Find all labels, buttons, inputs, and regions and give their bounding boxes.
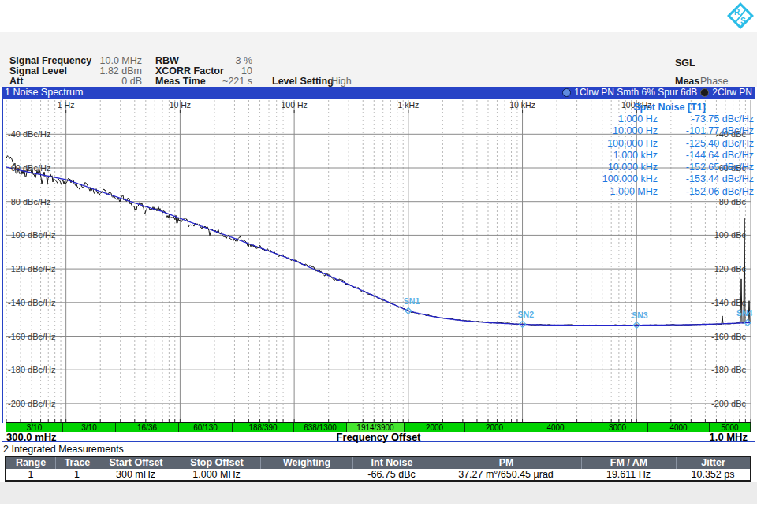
spot-noise-row: 1.000 MHz-152.06 dBc/Hz [585, 186, 754, 198]
spot-noise-row: 100.000 Hz-125.40 dBc/Hz [585, 138, 754, 150]
meas-value: Phase Noise [700, 76, 755, 87]
xcorr-segment: 2000 [465, 423, 524, 432]
table-header-cell: Trace [55, 457, 99, 469]
trace1-legend-label: 1Clrw PN Smth 6% Spur 6dB [574, 87, 697, 99]
table-value-row: 11300 mHz1.000 MHz-66.75 dBc37.27 m°/650… [6, 469, 749, 480]
table-header-cell: PM [431, 457, 581, 469]
att-label: Att [9, 76, 23, 87]
table-header-cell: Start Offset [99, 457, 173, 469]
level-setting-value[interactable]: High [331, 76, 358, 87]
xcorr-segment: 4000 [648, 423, 710, 432]
table-value-cell: 37.27 m°/650.45 µrad [431, 469, 581, 480]
spot-noise-row: 10.000 Hz-101.77 dBc/Hz [585, 125, 754, 137]
xcorr-segment: 188/390 [233, 423, 294, 432]
table-value-cell: 1.000 MHz [173, 469, 260, 480]
spot-noise-row: 1.000 Hz-73.75 dBc/Hz [585, 113, 754, 125]
table-header-row: RangeTraceStart OffsetStop OffsetWeighti… [6, 457, 749, 469]
spot-noise-title: Spot Noise [T1] [585, 101, 754, 113]
level-setting-label: Level Setting [272, 76, 334, 87]
bottom-strip: 10:28:30 AM 07/23/2024 [0, 504, 757, 532]
trace2-legend-label: 2Clrw PN [712, 87, 752, 99]
spot-noise-row: 1.000 kHz-144.64 dBc/Hz [585, 150, 754, 162]
stop-offset-readout: 1.0 MHz [710, 432, 748, 442]
meas-label: Meas [675, 76, 699, 87]
trace1-dot-icon [562, 88, 571, 97]
table-header-cell: Weighting [260, 457, 352, 469]
noise-spectrum-title: 1 Noise Spectrum [2, 87, 83, 98]
svg-text:R: R [734, 8, 740, 17]
table-header-cell: Stop Offset [173, 457, 260, 469]
att-value[interactable]: 0 dB [95, 76, 142, 87]
spot-noise-table: Spot Noise [T1] 1.000 Hz-73.75 dBc/Hz10.… [585, 101, 754, 198]
spot-noise-row: 100.000 kHz-153.44 dBc/Hz [585, 173, 754, 185]
table-value-cell: -66.75 dBc [352, 469, 431, 480]
meas-time-value[interactable]: ~221 s [196, 76, 252, 87]
integrated-measurements-title: 2 Integrated Measurements [3, 444, 124, 455]
rohde-schwarz-logo-icon: R S [725, 1, 755, 31]
table-value-cell: 300 mHz [99, 469, 173, 480]
xcorr-segment: 4000 [524, 423, 587, 432]
status-bar: ▼ Last self alignment older than 30 days… [0, 482, 757, 504]
table-value-cell: 19.611 Hz [581, 469, 676, 480]
table-value-cell [260, 469, 352, 480]
phase-noise-analyzer-screen: R S MultiView Spectrum ! ✕ Phase Noise ★… [0, 0, 757, 532]
table-header-cell: FM / AM [581, 457, 676, 469]
xcorr-segment: 16/36 [116, 423, 179, 432]
table-value-cell: 1 [55, 469, 99, 480]
xcorr-segment: 60/130 [179, 423, 233, 432]
trace-legend: 1Clrw PN Smth 6% Spur 6dB 2Clrw PN [562, 87, 752, 99]
settings-header: Signal Frequency 10.0 MHz Signal Level 1… [0, 54, 757, 87]
table-header-cell: Jitter [676, 457, 750, 469]
x-axis-title: Frequency Offset [0, 432, 757, 442]
table-header-cell: Range [6, 457, 55, 469]
table-value-cell: 10.352 ps [676, 469, 750, 480]
sgl-indicator: SGL [675, 58, 695, 69]
integrated-measurements-table: RangeTraceStart OffsetStop OffsetWeighti… [5, 456, 751, 482]
xcorr-segment: 3000 [587, 423, 648, 432]
xcorr-segment: 3/10 [63, 423, 116, 432]
table-header-cell: Int Noise [352, 457, 431, 469]
table-value-cell: 1 [6, 469, 55, 480]
svg-text:S: S [740, 17, 746, 25]
trace2-dot-icon [700, 88, 709, 97]
channel-tab-bar: MultiView Spectrum ! ✕ Phase Noise ★ ✕ ▼ [0, 32, 757, 54]
top-strip: R S [0, 0, 757, 32]
spot-noise-row: 10.000 kHz-152.65 dBc/Hz [585, 162, 754, 173]
